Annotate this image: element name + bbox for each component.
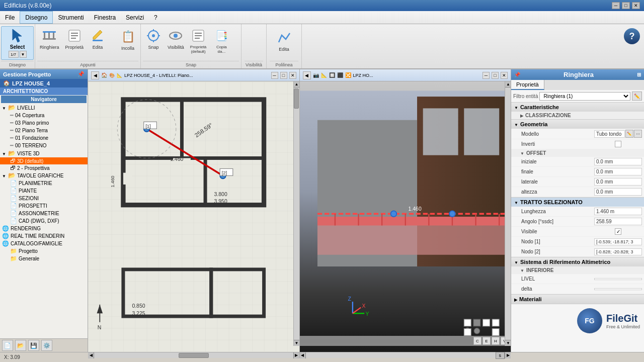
panel-pin-icon[interactable]: 📌 — [77, 71, 85, 77]
tree-00-terreno[interactable]: ━ 00 TERRENO — [0, 142, 88, 149]
snap-button[interactable]: Snap — [143, 26, 164, 55]
iniziale-value[interactable]: 0.0 mm — [594, 158, 642, 165]
maximize-button[interactable]: □ — [622, 2, 630, 9]
select-dropdown1[interactable]: 1/7 — [9, 51, 19, 58]
props-scroll[interactable]: Caratteristiche CLASSIFICAZIONE Geometri… — [511, 103, 644, 352]
settings-button[interactable]: ⚙️ — [41, 340, 52, 351]
3d-btn-h[interactable]: H — [492, 337, 500, 345]
menu-file[interactable]: File — [0, 11, 20, 24]
tree-03-piano-primo[interactable]: ━ 03 Piano primo — [0, 119, 88, 127]
classificazione-header[interactable]: CLASSIFICAZIONE — [511, 112, 644, 119]
tratto-header[interactable]: TRATTO SELEZIONATO — [511, 198, 644, 207]
3d-minimize[interactable]: ─ — [482, 72, 490, 79]
edita-polilinea-button[interactable]: Edita — [274, 28, 295, 53]
geometria-header[interactable]: Geometria — [511, 120, 644, 129]
scroll-right-arrow[interactable]: ▶ — [293, 352, 299, 358]
save-proj-button[interactable]: 💾 — [28, 340, 39, 351]
menu-disegno[interactable]: Disegno — [20, 11, 53, 24]
scroll-thumb-v[interactable] — [294, 88, 299, 109]
proprieta-button[interactable]: Proprietà — [63, 26, 87, 51]
edita-button[interactable]: Edita — [87, 26, 108, 51]
3d-close[interactable]: ✕ — [501, 72, 508, 79]
3d-btn-e[interactable]: E — [482, 337, 491, 345]
open-button[interactable]: 📂 — [15, 340, 26, 351]
scroll-down-arrow[interactable]: ▼ — [294, 340, 299, 346]
angolo-value[interactable]: 258.59 — [594, 218, 642, 225]
menu-strumenti[interactable]: Strumenti — [53, 11, 89, 24]
3d-tab-btn1[interactable]: ◀ — [303, 71, 311, 79]
tree-04-copertura[interactable]: ━ 04 Copertura — [0, 112, 88, 119]
tree-catalogo[interactable]: 🌐 CATALOGO/FAMIGLIE — [0, 240, 88, 247]
ringhiera-button[interactable]: Ringhiera — [37, 26, 62, 51]
offset-header[interactable]: OFFSET — [511, 149, 644, 157]
tree-prospetti[interactable]: 📄 PROSPETTI — [0, 202, 88, 210]
modello-edit-btn[interactable]: ✏️ — [625, 130, 633, 138]
tree-piante[interactable]: 📄 PIANTE — [0, 187, 88, 195]
tab-proprieta[interactable]: Proprietà — [511, 80, 544, 90]
visibilita-button[interactable]: Visibilità — [165, 26, 187, 55]
tree-planimetrie[interactable]: 📄 PLANIMETRIE — [0, 179, 88, 187]
materiali-header[interactable]: Materiali — [511, 295, 644, 304]
incolla-button[interactable]: 📋 Incolla — [117, 27, 138, 52]
3d-scrollbar-h[interactable]: ◀ s ▶ — [300, 352, 511, 358]
nodo1-value[interactable]: [-0.539; -18.817; 3 — [594, 238, 642, 245]
modello-more-btn[interactable]: ⋯ — [634, 130, 642, 138]
floorplan-scrollbar-v[interactable]: ▲ ▼ — [293, 81, 299, 346]
scroll-left-arrow[interactable]: ◀ — [88, 352, 94, 358]
nodo2-value[interactable]: [-0.828; -20.828; 3 — [594, 248, 642, 255]
caratteristiche-header[interactable]: Caratteristiche — [511, 103, 644, 112]
menu-servizi[interactable]: Servizi — [121, 11, 149, 24]
3d-s-button[interactable]: s — [496, 352, 505, 359]
minimize-button[interactable]: ─ — [612, 2, 620, 9]
laterale-value[interactable]: 0.0 mm — [594, 178, 642, 186]
tree-livelli[interactable]: 📂 LIVELLI — [0, 104, 88, 112]
menu-help[interactable]: ? — [149, 11, 163, 24]
scroll-up-arrow[interactable]: ▲ — [294, 81, 299, 87]
proprieta-default-button[interactable]: Proprietà(default) — [188, 26, 209, 55]
filter-select[interactable]: Ringhiera (1) — [539, 92, 630, 101]
floorplan-close[interactable]: ✕ — [289, 72, 296, 79]
inferiore-header[interactable]: INFERIORE — [511, 266, 644, 274]
tree-sezioni[interactable]: 📄 SEZIONI — [0, 195, 88, 202]
tree-01-fondazione[interactable]: ━ 01 Fondazione — [0, 134, 88, 142]
tree-prospettiva[interactable]: 🗗 2 - Prospettiva — [0, 164, 88, 171]
sistema-header[interactable]: Sistema di Riferimento Altimetrico — [511, 257, 644, 266]
close-button[interactable]: ✕ — [632, 2, 640, 9]
3d-restore[interactable]: □ — [492, 72, 499, 79]
tree-realtime[interactable]: 🌐 REAL TIME RENDERIN — [0, 232, 88, 240]
3d-scroll-down[interactable]: ▼ — [505, 340, 511, 346]
tree-progetto[interactable]: 📁 Progetto — [0, 247, 88, 255]
tree-3d-default[interactable]: 🗗 3D (default) — [0, 157, 88, 164]
altezza-value[interactable]: 0.0 mm — [594, 188, 642, 196]
3d-scroll-left[interactable]: ◀ — [300, 352, 306, 358]
tree-viste3d[interactable]: 📂 VISTE 3D — [0, 149, 88, 157]
inverti-checkbox[interactable] — [615, 141, 621, 147]
tree-assonometrie[interactable]: 📄 ASSONOMETRIE — [0, 210, 88, 217]
3d-btn-c[interactable]: C — [473, 337, 481, 345]
filter-edit-button[interactable]: ✏️ — [632, 92, 642, 101]
3d-scroll-up[interactable]: ▲ — [505, 81, 511, 87]
floorplan-scrollbar-h[interactable]: ◀ ▶ — [88, 352, 299, 358]
delta-value[interactable] — [594, 288, 642, 290]
livel-value[interactable] — [594, 278, 642, 280]
floorplan-content[interactable]: 258.59° [1] [2] — [88, 81, 299, 352]
floorplan-tab-back[interactable]: ◀ — [91, 71, 99, 79]
new-button[interactable]: 📄 — [2, 340, 13, 351]
tree-rendering[interactable]: 🌐 RENDERING — [0, 225, 88, 232]
lunghezza-value[interactable]: 1.460 m — [594, 208, 642, 215]
floorplan-restore[interactable]: □ — [280, 72, 287, 79]
tree-generale[interactable]: 📁 Generale — [0, 255, 88, 262]
menu-finestra[interactable]: Finestra — [89, 11, 121, 24]
visibile-checkbox[interactable]: ✓ — [615, 228, 621, 235]
scroll-thumb-h[interactable] — [179, 353, 209, 358]
floorplan-minimize[interactable]: ─ — [271, 72, 278, 79]
3d-scroll-right[interactable]: ▶ — [505, 352, 511, 358]
select-dropdown2[interactable]: ▼ — [20, 51, 27, 58]
tree-cad[interactable]: 📄 CAD (DWG, DXF) — [0, 217, 88, 225]
3d-content[interactable]: 1.460 Y Z X — [300, 81, 511, 352]
3d-scrollbar-v[interactable]: ▲ ▼ — [505, 81, 511, 346]
copia-da-button[interactable]: 📑 Copia da... — [210, 26, 233, 55]
select-button[interactable]: Select 1/7 ▼ — [1, 26, 34, 60]
tree-tavole[interactable]: 📂 TAVOLE GRAFICHE — [0, 171, 88, 179]
help-button[interactable]: ? — [624, 28, 640, 44]
